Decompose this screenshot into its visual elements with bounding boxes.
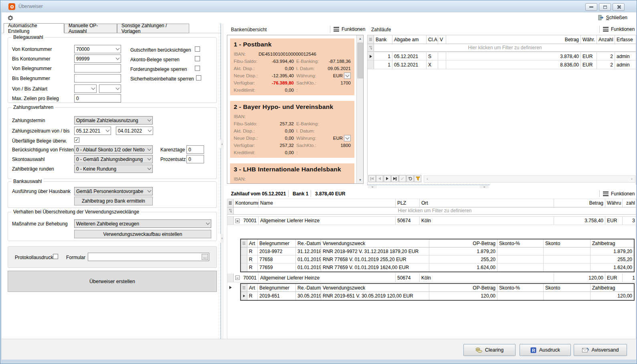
col-skonto[interactable]: Skonto [544,284,590,292]
scroll-left-icon[interactable]: ‹ [424,176,431,182]
nav-prev-button[interactable] [376,175,383,182]
col-name[interactable]: Name [259,199,396,207]
col-skonto-prozent[interactable]: Skonto-% [497,239,544,247]
skontoauswahl-combo[interactable]: 0 - Gemäß Zahlungsbedingung [74,155,153,163]
akonto-checkbox[interactable] [195,56,200,61]
clearing-button[interactable]: Clearing [463,344,516,356]
col-art[interactable]: Art [247,239,258,247]
column-chooser-icon[interactable] [241,284,247,292]
col-verwendungszweck[interactable]: Verwendungszweck [321,284,429,292]
currency-dropdown[interactable] [344,72,351,79]
avisversand-button[interactable]: Avisversand [574,344,627,356]
collapse-down-icon[interactable]: ⌄ [480,185,489,188]
zahllauf-row-1[interactable]: 1 05.12.2021 S 3.878,40 EUR 2 admin [368,52,636,60]
browse-button[interactable]: ... [202,254,208,260]
zeitraum-bis-combo[interactable]: 04.01.2022 [116,127,153,135]
col-cla[interactable]: Cl.A [427,35,438,44]
col-op-betrag[interactable]: OP-Betrag [429,284,497,292]
fristen-combo[interactable]: 0 - Ablauf Skonto 1/2 oder Netto [74,145,153,154]
col-kontonummer[interactable]: Kontonumm [234,199,259,207]
currency-dropdown[interactable] [344,135,351,141]
col-waehrung[interactable]: Währu [605,199,623,207]
ueberweiser-erstellen-button[interactable]: Überweiser erstellen [8,271,217,292]
tab-automatische-erstellung[interactable]: Automatische Erstellung [4,23,64,33]
col-erfasser[interactable]: Erfasse [615,35,637,44]
verwendungszweckaufbau-button[interactable]: Verwendungszweckaufbau einstellen [74,230,211,238]
col-v[interactable]: V [438,35,446,44]
filter-hint[interactable]: Hier klicken um Filter zu definieren [374,44,636,51]
horizontal-splitter[interactable]: ⌄ ⌄ [367,185,489,188]
nav-last-button[interactable] [391,175,398,182]
bis-kontonummer-combo[interactable]: 99999 [74,54,121,63]
op-row[interactable]: R 77659 01.01.2019 RNR 77659 V. 01.01.20… [241,263,634,271]
bank-list-scrollbar[interactable]: ▲ ▼ [356,35,363,183]
col-betrag[interactable]: Betrag [554,199,605,207]
tab-sonstige-zahlungen[interactable]: Sonstige Zahlungen / Vorlagen [117,24,189,33]
nav-filter-button[interactable] [414,175,421,182]
col-belegnummer[interactable]: Belegnummer [258,239,296,247]
zahlbetrag-pro-bank-button[interactable]: Zahlbetrag pro Bank ermitteln [74,197,153,205]
zahlart-von-combo[interactable] [74,84,97,93]
karenztage-input[interactable] [186,145,204,154]
scrollbar-thumb[interactable] [357,42,363,78]
massnahme-combo[interactable]: Weiteren Zahlbeleg erzeugen [74,219,211,228]
collapse-left-icon[interactable]: ‹ [220,140,224,149]
col-anzahl[interactable]: Anzahl [597,35,615,44]
zahlart-bis-combo[interactable] [99,84,121,93]
bis-belegnummer-input[interactable] [74,74,121,82]
col-op-betrag[interactable]: OP-Betrag [429,239,497,247]
col-plz[interactable]: PLZ [396,199,420,207]
zeitraum-von-combo[interactable]: 05.12.2021 [74,127,111,135]
vertical-splitter[interactable]: ‹ ‹ [220,24,224,360]
col-waehr[interactable]: Währ. [581,35,597,44]
bank-card-lhb[interactable]: 3 - LHB Internationale Handelsbank IBAN: [230,163,354,184]
col-art[interactable]: Art [247,284,258,292]
zahlungstermin-combo[interactable]: Optimale Zahlzielausnutzung [74,116,153,125]
filter-hint[interactable]: Hier klicken um Filter zu definieren [234,207,636,214]
scroll-down-icon[interactable]: ▼ [357,177,364,183]
group-row-2[interactable]: 70001 Allgemeiner Lieferer Heinze 50674 … [227,274,636,282]
von-belegnummer-input[interactable] [74,64,121,72]
hausbank-combo[interactable]: Gemäß Personenkontovorgabe [74,187,153,195]
von-kontonummer-combo[interactable]: 70000 [74,45,121,53]
horizontal-scrollbar[interactable]: ‹ › [424,175,635,183]
col-bank[interactable]: Bank [374,35,392,44]
col-skonto[interactable]: Skonto [544,239,590,247]
col-ort[interactable]: Ort [420,199,554,207]
forderungsbelege-checkbox[interactable] [195,66,200,71]
gear-icon[interactable] [7,15,14,21]
collapse-left-icon[interactable]: ‹ [220,234,224,243]
nav-post-button[interactable]: ✓ [399,175,406,182]
collapse-down-icon[interactable]: ⌄ [368,185,377,188]
collapse-group-icon[interactable] [235,276,240,280]
filter-icon[interactable] [368,44,374,51]
minimize-button[interactable] [585,3,597,11]
col-anzahl[interactable]: zahl [623,199,637,207]
col-abgabe-am[interactable]: Abgabe am [392,35,427,44]
scroll-right-icon[interactable]: › [629,176,635,182]
column-chooser-icon[interactable] [227,199,234,207]
group-row-1[interactable]: 70001 Allgemeiner Lieferer Heinze 50674 … [227,216,636,225]
bankenuebersicht-funktionen-button[interactable]: Funktionen [334,26,365,32]
column-chooser-icon[interactable] [368,35,374,44]
prozentsatz-input[interactable] [186,155,204,163]
bank-card-hypovereinsbank[interactable]: 2 - Bayer Hypo- und Vereinsbank IBAN: Fi… [230,101,354,158]
col-zahlbetrag[interactable]: Zahlbetrag [590,239,634,247]
formular-input[interactable]: ... [88,253,209,261]
sicherheitseinbehalte-checkbox[interactable] [196,75,201,80]
col-verwendungszweck[interactable]: Verwendungszweck [321,239,429,247]
col-redatum[interactable]: Re.-Datum [296,284,321,292]
max-zeilen-input[interactable] [74,94,121,103]
zahllaeufe-funktionen-button[interactable]: Funktionen [603,26,635,32]
ueberfaellig-checkbox[interactable]: ✓ [74,137,79,143]
filter-icon[interactable] [227,207,234,214]
col-zahlbetrag[interactable]: Zahlbetrag [590,284,634,292]
zahllauf-detail-funktionen-button[interactable]: Funktionen [603,191,635,197]
bank-card-postbank[interactable]: 1 - Postbank IBAN:DE45100100100000012546… [230,38,354,95]
col-skonto-prozent[interactable]: Skonto-% [497,284,544,292]
maximize-button[interactable] [599,3,611,11]
collapse-group-icon[interactable] [235,219,240,223]
ausdruck-button[interactable]: R Ausdruck [520,344,571,356]
tab-manuelle-op-auswahl[interactable]: Manuelle OP-Auswahl [64,24,117,33]
scroll-up-icon[interactable]: ▲ [357,35,364,42]
